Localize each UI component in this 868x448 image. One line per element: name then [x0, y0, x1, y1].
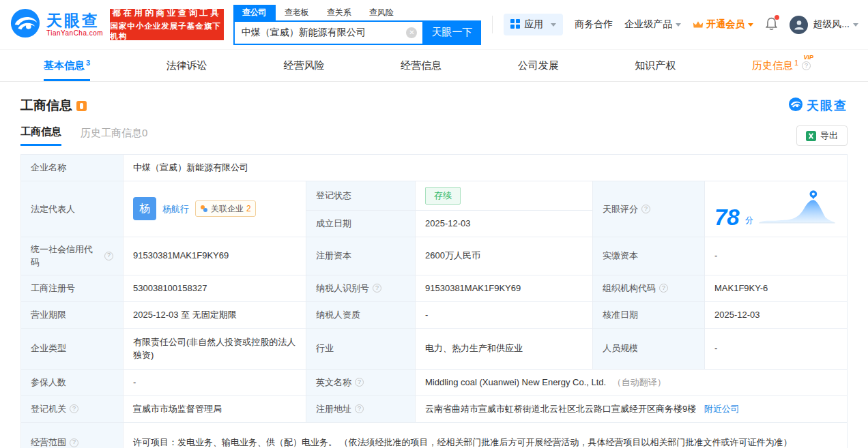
taxpayer-quality-label: 纳税人资质: [306, 301, 416, 328]
hot-badge-icon: [76, 101, 87, 111]
header-divider: [492, 16, 493, 33]
paid-capital-value: -: [705, 237, 848, 275]
subtab-business-info[interactable]: 工商信息: [20, 125, 61, 146]
related-companies-label: 关联企业: [211, 203, 244, 215]
nav-cooperation[interactable]: 商务合作: [575, 18, 613, 31]
main-content: 工商信息 天眼查 工商信息 历史工商信息0: [0, 97, 868, 448]
vip-tag: VIP: [803, 54, 813, 61]
tab-history-info[interactable]: 历史信息 1 VIP ?: [752, 50, 824, 81]
search-input[interactable]: [242, 27, 407, 38]
tab-legal-proceedings[interactable]: 法律诉讼: [167, 50, 207, 81]
org-code-label: 组织机构代码: [603, 282, 656, 295]
chevron-down-icon: [676, 23, 681, 27]
table-row: 工商注册号 530038100158327 纳税人识别号 ? 91530381M…: [21, 275, 848, 301]
clear-icon[interactable]: ✕: [406, 27, 417, 38]
reg-capital-value: 2600万人民币: [416, 237, 593, 275]
approval-date-value: 2025-12-03: [705, 301, 848, 328]
slogan-line2: 国家中小企业发展子基金旗下机构: [110, 21, 224, 42]
nearby-companies-link[interactable]: 附近公司: [704, 404, 740, 414]
tianyancha-watermark: 天眼查: [788, 97, 848, 115]
slogan-line1: 都在用的商业查询工具: [112, 8, 221, 19]
nav-enterprise-label: 企业级产品: [624, 18, 672, 31]
help-icon[interactable]: ?: [70, 404, 78, 413]
nav-apps[interactable]: 应用: [504, 14, 563, 35]
legal-rep-link[interactable]: 杨航行: [162, 203, 189, 216]
org-code-label-cell: 组织机构代码 ?: [593, 275, 705, 301]
nav-vip-label: 开通会员: [706, 18, 744, 31]
reg-number-value: 530038100158327: [124, 275, 306, 301]
tab-risk-label: 经营风险: [283, 59, 324, 72]
approval-date-label: 核准日期: [593, 301, 705, 328]
reg-address-cell: 云南省曲靖市宣威市虹桥街道北云社区北云路口宣威经开区商务楼9楼 附近公司: [416, 395, 848, 422]
brand-name: 天眼查: [46, 12, 103, 29]
search-tab-company[interactable]: 查公司: [233, 5, 276, 20]
score-unit: 分: [745, 214, 753, 228]
business-scope-label: 经营范围: [31, 436, 66, 448]
search-tab-boss[interactable]: 查老板: [276, 5, 318, 20]
avatar: [790, 16, 808, 34]
tab-intellectual-property[interactable]: 知识产权: [635, 50, 676, 81]
establish-date-label: 成立日期: [306, 210, 416, 237]
tab-basic-info[interactable]: 基本信息 3: [44, 50, 90, 81]
score-label-cell: 天眼评分 ?: [593, 181, 705, 237]
score-cell[interactable]: 78 分: [705, 181, 848, 237]
tab-operation-info[interactable]: 经营信息: [401, 50, 442, 81]
english-name-label: 英文名称: [316, 376, 351, 389]
reg-number-label: 工商注册号: [21, 275, 124, 301]
english-name-value: Middling coal (Xuanwei) New Energy Co., …: [425, 377, 606, 387]
credit-code-label: 统一社会信用代码: [31, 243, 101, 269]
tianyancha-logo-icon: [10, 8, 41, 42]
help-icon[interactable]: ?: [104, 252, 113, 260]
chevron-down-icon: [853, 23, 858, 27]
tab-legal-label: 法律诉讼: [167, 59, 207, 72]
company-name-label: 企业名称: [21, 155, 124, 181]
help-icon[interactable]: ?: [802, 61, 811, 70]
help-icon[interactable]: ?: [641, 205, 650, 213]
help-icon[interactable]: ?: [659, 284, 668, 293]
help-icon[interactable]: ?: [373, 284, 381, 293]
subtab-history-business-info[interactable]: 历史工商信息0: [81, 127, 147, 145]
tab-company-development[interactable]: 公司发展: [518, 50, 559, 81]
table-row: 参保人数 - 英文名称 ? Middling coal (Xuanwei) Ne…: [21, 369, 848, 395]
tab-operation-risk[interactable]: 经营风险: [283, 50, 324, 81]
help-icon[interactable]: ?: [355, 378, 364, 387]
legal-rep-label: 法定代表人: [21, 181, 124, 237]
apps-grid-icon: [510, 19, 520, 31]
related-companies-badge[interactable]: 关联企业 2: [195, 200, 256, 217]
tab-basic-info-label: 基本信息: [44, 59, 85, 72]
staff-size-value: -: [705, 328, 848, 369]
business-scope-value: 许可项目：发电业务、输电业务、供（配）电业务。 （依法须经批准的项目，经相关部门…: [124, 422, 848, 448]
taxpayer-id-label: 纳税人识别号: [316, 282, 369, 295]
table-row: 营业期限 2025-12-03 至 无固定期限 纳税人资质 - 核准日期 202…: [21, 301, 848, 328]
nav-apps-label: 应用: [524, 18, 543, 31]
notification-bell[interactable]: [765, 16, 778, 33]
export-button[interactable]: 导出: [796, 125, 848, 146]
search-tab-relation[interactable]: 查关系: [318, 5, 360, 20]
relation-icon: [200, 205, 208, 213]
tianyancha-logo[interactable]: 天眼查 TianYanCha.com: [10, 8, 103, 42]
company-section-tabs: 基本信息 3 法律诉讼 经营风险 经营信息 公司发展 知识产权 历史信息 1 V…: [0, 49, 868, 82]
business-scope-label-cell: 经营范围 ?: [21, 422, 124, 448]
company-type-value: 有限责任公司(非自然人投资或控股的法人独资): [124, 328, 306, 369]
help-icon[interactable]: ?: [355, 404, 364, 413]
company-name-value: 中煤（宣威）新能源有限公司: [124, 155, 848, 181]
taxpayer-id-value: 91530381MAK1F9KY69: [416, 275, 593, 301]
tab-development-label: 公司发展: [518, 59, 559, 72]
english-name-label-cell: 英文名称 ?: [306, 369, 416, 395]
score-chart: [759, 190, 835, 229]
user-menu[interactable]: 超级风...: [790, 16, 858, 34]
nav-open-vip[interactable]: 开通会员: [693, 18, 753, 31]
nav-cooperation-label: 商务合作: [575, 18, 613, 31]
page-title: 工商信息: [20, 97, 72, 115]
search-button[interactable]: 天眼一下: [422, 20, 481, 45]
table-row: 登记机关 ? 宣威市市场监督管理局 注册地址 ? 云南省曲靖市宣威市虹桥街道北云…: [21, 395, 848, 422]
tab-operation-label: 经营信息: [401, 59, 442, 72]
related-companies-count: 2: [246, 203, 251, 215]
legal-rep-avatar[interactable]: 杨: [133, 197, 156, 220]
search-tab-risk[interactable]: 查风险: [360, 5, 403, 20]
help-icon[interactable]: ?: [70, 438, 78, 447]
chevron-down-icon: [551, 23, 556, 27]
insured-value: -: [124, 369, 306, 395]
nav-enterprise-products[interactable]: 企业级产品: [624, 18, 681, 31]
english-name-cell: Middling coal (Xuanwei) New Energy Co., …: [416, 369, 848, 395]
